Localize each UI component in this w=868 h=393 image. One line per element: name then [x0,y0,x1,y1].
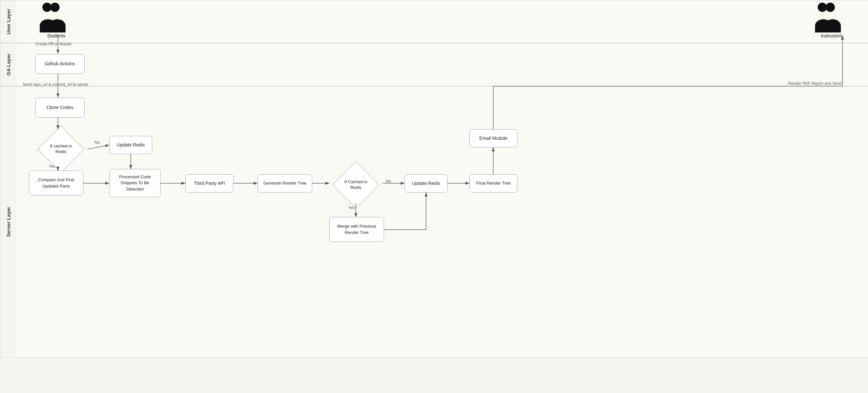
generate-render-tree-box: Generate Render Tree [257,174,312,193]
send-repo-label: Send repo_url & commit_url to server [23,82,88,87]
diagram-container: User Layer GA Layer Server Layer Student… [0,0,868,393]
final-render-tree-box: Final Render Tree [469,174,518,193]
no-label-2: No [386,179,391,184]
clone-codes-box: Clone Codes [35,98,85,118]
students-label: Students [40,33,73,38]
compare-find-box: Compare And Find Updated Parts [29,171,84,196]
processed-code-box: Processed Code Snippets To Be Detected [109,169,160,197]
students-actor: Students [40,3,73,38]
ga-layer: GA Layer [0,43,868,86]
github-actions-box: Github Actions [35,54,85,74]
update-redis-1-box: Update Redis [109,136,152,154]
instructors-label: Instructors [815,33,848,38]
user-layer: User Layer [0,0,868,43]
if-cached-redis-1-label: If cached in Redis [46,143,76,155]
render-pdf-label: Render PDF Report and Send [788,81,841,86]
if-cached-redis-2: If Cached in Redis [330,167,382,203]
merge-prev-box: Merge with Previous Render Tree [330,217,384,242]
if-cached-redis-2-label: If Cached in Redis [341,179,371,191]
user-layer-label: User Layer [0,0,17,43]
server-layer: Server Layer [0,86,868,358]
email-module-box: Email Module [469,129,518,147]
third-party-api-box: Third Party API [185,174,234,193]
no-label-1: No [95,140,100,145]
server-layer-label: Server Layer [0,86,17,358]
if-cached-redis-1: If cached in Redis [34,129,87,169]
ga-layer-label: GA Layer [0,44,17,86]
update-redis-2-box: Update Redis [405,174,447,193]
instructors-actor: Instructors [815,3,848,38]
create-pr-label: Create PR to Master [35,42,71,47]
